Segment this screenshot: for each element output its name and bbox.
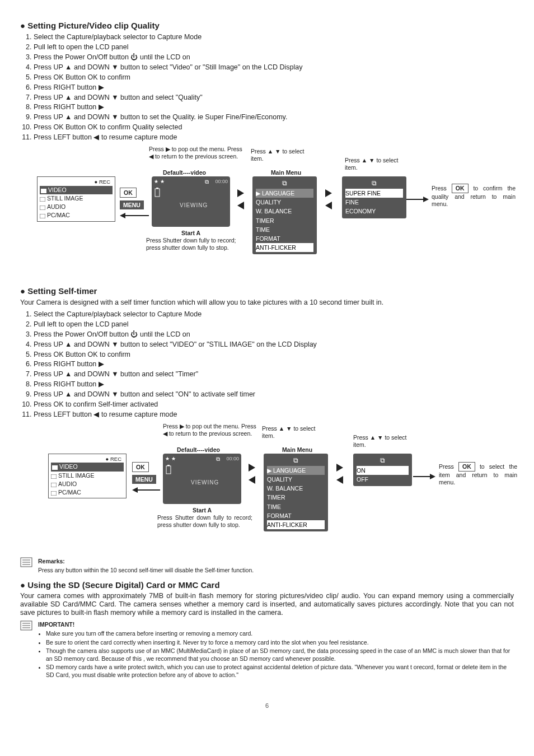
note-icon [20,557,32,574]
lcd-preview: ★ ★ ⧉ 00:00 VIEWING [152,176,230,227]
step: Press RIGHT button ▶ [34,102,514,112]
step: Press LEFT button ◀ to resume capture mo… [34,133,514,142]
step: Press the Power On/Off button ⏻ until th… [34,53,514,62]
caption-select-item: Press ▲ ▼ to select item. [345,157,412,171]
timer-menu-card: ⧉ ON OFF [353,454,412,487]
mode-item: PC/MAC [40,211,113,220]
mode-selector: ● REC VIDEO STILL IMAGE AUDIO PC/MAC [48,454,127,499]
svg-rect-1 [40,197,45,202]
main-menu-card: ⧉ ▶ LANGUAGE QUALITY W. BALANCE TIMER TI… [252,176,317,254]
lcd-view-label: VIEWING [191,479,219,487]
camera-icon: ⧉ [357,456,409,465]
ok-label: OK [132,462,149,472]
svg-rect-2 [40,206,45,210]
ok-label: OK [120,188,137,198]
arrow-left-icon [249,476,255,484]
step: Press UP ▲ and DOWN ▼ button to set the … [34,113,514,122]
step: Press RIGHT button ▶ [34,380,514,389]
bullet: Make sure you turn off the camera before… [46,629,514,637]
camera-icon: ⧉ [205,178,209,186]
caption-select-item: Press ▲ ▼ to select item. [262,425,329,440]
arrow-right-icon [413,473,435,480]
svg-rect-10 [52,465,58,470]
main-menu-card: ⧉ ▶ LANGUAGE QUALITY W. BALANCE TIMER TI… [264,454,328,531]
battery-icon [154,188,161,199]
mode-item-label: STILL IMAGE [58,472,94,479]
menu-item: FORMAT [267,511,325,520]
step: Press RIGHT button ▶ [34,360,514,369]
caption-popout: Press ▶ to pop out the menu. Press ◀ to … [163,423,258,437]
diagram-timer: Press ▶ to pop out the menu. Press ◀ to … [20,423,514,546]
section-timer-steps: Select the Capture/playback selector to … [20,310,514,419]
arrow-right-icon [249,464,255,472]
arrow-right-icon [336,464,343,472]
main-menu-title: Main Menu [261,169,311,176]
mode-item-label: AUDIO [58,480,77,487]
arrow-right-icon [406,196,429,203]
rec-indicator: ● REC [51,455,121,463]
menu-item: OFF [357,475,409,484]
mode-item: AUDIO [51,480,124,488]
lcd-view-label: VIEWING [180,202,208,209]
quality-stars: ★ ★ [154,178,165,185]
page-number: 6 [20,702,514,710]
svg-rect-17 [167,465,170,466]
menu-item: TIMER [256,216,313,225]
timer-intro: Your Camera is designed with a self time… [20,298,514,307]
step: Press UP ▲ and DOWN ▼ button to select "… [34,340,514,349]
bullet: SD memory cards have a write protect swi… [46,663,514,679]
quality-note: Press OK to confirm the quality and retu… [432,184,516,208]
menu-label: MENU [132,475,156,484]
mode-item-label: VIDEO [48,186,67,193]
note-icon [20,620,32,679]
camera-icon: ⧉ [216,455,220,463]
caption-default-video: Default----video [163,169,206,176]
mode-item-label: PC/MAC [47,212,70,218]
mode-item: STILL IMAGE [40,194,113,203]
mode-item-label: VIDEO [59,463,78,470]
mode-item-label: STILL IMAGE [47,195,83,202]
menu-item: W. BALANCE [267,484,325,493]
mode-item: PC/MAC [51,488,124,497]
camera-icon: ⧉ [267,456,325,465]
camera-icon: ⧉ [256,179,313,188]
arrow-left-icon [237,202,244,209]
menu-pill: MENU [120,200,144,210]
arrow-left-icon [336,476,343,484]
step: Press OK Button OK to confirm [34,73,514,82]
start-a-label: Start A [168,230,213,237]
section-sdcard-title: Using the SD (Secure Digital) Card or MM… [20,580,514,591]
remarks-label: Remarks: [38,557,254,565]
menu-item: ▶ LANGUAGE [267,466,325,475]
step: Select the Capture/playback selector to … [34,310,514,319]
quality-stars: ★ ★ [165,455,176,462]
quality-menu-card: ⧉ SUPER FINE FINE ECONOMY [342,176,406,218]
step: Press OK to confirm Self-timer activated [34,400,514,409]
lcd-time: 00:00 [215,178,228,185]
menu-item: TIMER [267,493,325,502]
arrow-left-icon [132,486,160,494]
mode-item: AUDIO [40,203,113,211]
bullet: Be sure to orient the card correctly whe… [46,638,514,646]
ok-label: OK [452,184,469,193]
mode-item: VIDEO [51,463,124,471]
start-a-label: Start A [180,507,224,514]
caption-select-item: Press ▲ ▼ to select item. [251,148,318,162]
timer-note: Press OK to select the item and return t… [439,462,517,486]
step: Press UP ▲ and DOWN ▼ button and select … [34,93,514,102]
svg-rect-12 [51,483,57,487]
main-menu-title: Main Menu [272,446,322,454]
important-label: IMPORTANT! [38,620,514,628]
menu-item: FINE [345,198,403,207]
sdcard-intro: Your camera comes with approximately 7MB… [20,592,514,617]
svg-marker-19 [430,474,435,479]
section-quality-steps: Select the Capture/playback selector to … [20,32,514,142]
menu-item-label: LANGUAGE [262,190,294,197]
mode-selector: ● REC VIDEO STILL IMAGE AUDIO PC/MAC [37,176,115,222]
step: Press LEFT button ◀ to resume capture mo… [34,410,514,419]
svg-rect-11 [51,474,57,479]
svg-marker-9 [423,197,429,202]
step: Pull left to open the LCD panel [34,320,514,329]
arrow-left-icon [120,212,149,220]
svg-marker-15 [132,487,138,493]
